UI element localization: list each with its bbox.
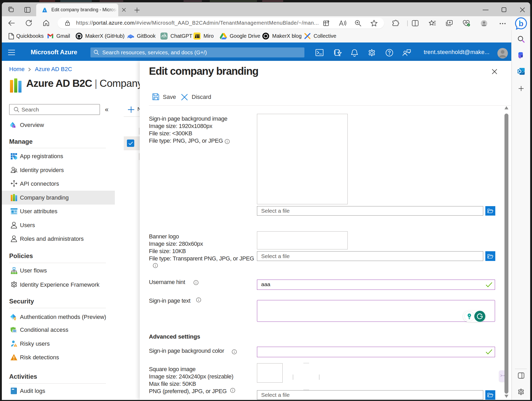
- svg-text:b: b: [519, 19, 523, 28]
